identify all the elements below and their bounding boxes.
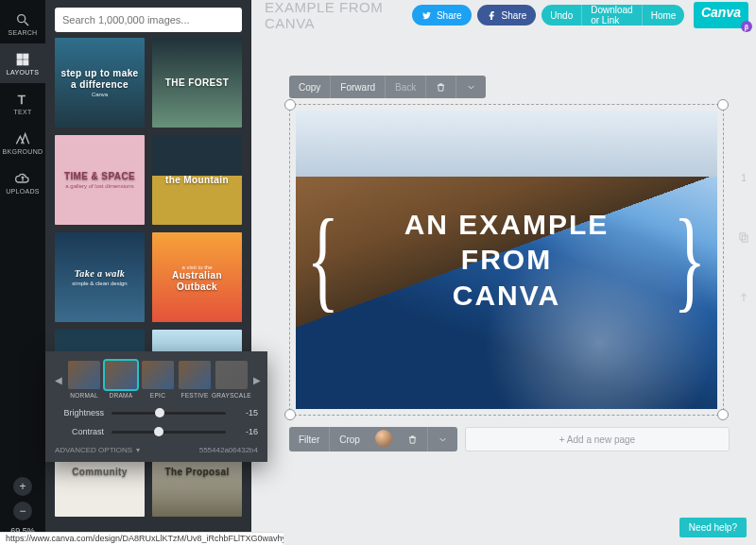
uploads-icon xyxy=(15,171,30,186)
page-action-bar: Filter Crop + Add a new page xyxy=(289,427,730,451)
page-delete-button[interactable] xyxy=(398,427,427,451)
rail-label: TEXT xyxy=(13,109,31,115)
rail-uploads[interactable]: UPLOADS xyxy=(0,162,45,202)
twitter-icon xyxy=(421,10,432,21)
brace-left-icon: { xyxy=(307,203,340,316)
layout-thumb[interactable]: Take a walksimple & clean design xyxy=(55,232,145,322)
rail-layouts[interactable]: LAYOUTS xyxy=(0,43,45,83)
brightness-slider[interactable]: Brightness -15 xyxy=(55,408,258,417)
svg-rect-8 xyxy=(742,235,747,242)
object-toolbar: Copy Forward Back xyxy=(289,76,486,98)
search-input-wrap[interactable] xyxy=(55,8,242,32)
trash-icon xyxy=(407,434,418,445)
text-icon: T xyxy=(15,92,30,107)
document-title[interactable]: EXAMPLE FROM CANVA xyxy=(265,0,406,31)
add-page-button[interactable]: + Add a new page xyxy=(465,427,730,451)
search-icon xyxy=(15,12,30,27)
top-bar: EXAMPLE FROM CANVA Share Share Undo Down… xyxy=(251,0,756,30)
background-icon xyxy=(15,131,30,146)
chevron-down-icon xyxy=(466,82,476,93)
resize-handle[interactable] xyxy=(717,409,729,420)
brace-right-icon: } xyxy=(674,203,707,316)
canvas-area: Copy Forward Back { AN EXAMPLE FROMCANVA… xyxy=(251,30,756,545)
copy-button[interactable]: Copy xyxy=(289,76,330,98)
filter-button[interactable]: Filter xyxy=(289,427,329,451)
search-input[interactable] xyxy=(62,14,234,26)
filter-option[interactable]: GRAYSCALE xyxy=(215,361,248,399)
svg-rect-4 xyxy=(17,60,22,64)
svg-point-0 xyxy=(18,14,26,22)
chevron-down-icon xyxy=(438,434,448,445)
image-avatar[interactable] xyxy=(375,430,392,447)
canva-logo[interactable]: Canvaβ xyxy=(694,2,748,28)
rail-text[interactable]: T TEXT xyxy=(0,83,45,123)
rail-search[interactable]: SEARCH xyxy=(0,4,45,43)
selection-frame[interactable]: { AN EXAMPLE FROMCANVA } xyxy=(289,104,724,416)
layout-thumb[interactable]: THE FOREST xyxy=(152,38,242,128)
rail-label: UPLOADS xyxy=(6,188,40,195)
filter-code: 555442a06432b4 xyxy=(199,446,258,454)
tool-rail: SEARCH LAYOUTS T TEXT BKGROUND UPLOADS +… xyxy=(0,0,45,545)
layouts-icon xyxy=(15,52,30,67)
trash-icon xyxy=(436,82,446,93)
layout-thumb[interactable]: TIME & SPACEa gallery of lost dimensions xyxy=(55,135,145,225)
delete-button[interactable] xyxy=(425,76,455,98)
top-actions: Undo Download or Link Home xyxy=(541,5,684,26)
rail-label: BKGROUND xyxy=(3,148,43,155)
layout-thumb[interactable]: step up to make a differenceCanva xyxy=(55,38,145,128)
layout-thumb[interactable]: a visit to theAustralian Outback xyxy=(152,232,242,322)
filter-popover: ◀ NORMAL DRAMA EPIC FESTIVE GRAYSCALE ▶ … xyxy=(45,351,267,462)
rail-background[interactable]: BKGROUND xyxy=(0,123,45,162)
rail-label: SEARCH xyxy=(9,29,38,36)
svg-line-1 xyxy=(25,22,28,26)
status-bar-url: https://www.canva.com/design/DA8RUxLlKTz… xyxy=(0,532,284,545)
filters-prev[interactable]: ◀ xyxy=(55,375,62,385)
home-button[interactable]: Home xyxy=(642,5,684,26)
svg-rect-7 xyxy=(740,233,746,240)
svg-rect-3 xyxy=(24,54,28,59)
filter-thumbs: NORMAL DRAMA EPIC FESTIVE GRAYSCALE xyxy=(68,361,248,399)
need-help-button[interactable]: Need help? xyxy=(679,518,747,537)
filter-option[interactable]: FESTIVE xyxy=(179,361,211,399)
chevron-down-icon: ▾ xyxy=(136,446,140,454)
filter-option[interactable]: EPIC xyxy=(142,361,174,399)
share-twitter-button[interactable]: Share xyxy=(412,5,472,26)
design-page[interactable]: { AN EXAMPLE FROMCANVA } xyxy=(296,111,717,409)
contrast-slider[interactable]: Contrast -16 xyxy=(55,427,258,436)
layout-thumb[interactable]: the Mountain xyxy=(152,135,242,225)
svg-text:T: T xyxy=(18,92,26,106)
page-gutter: 1 xyxy=(737,172,750,304)
back-button[interactable]: Back xyxy=(385,76,425,98)
undo-button[interactable]: Undo xyxy=(541,5,581,26)
advanced-options-toggle[interactable]: ADVANCED OPTIONS▾ xyxy=(55,446,140,454)
page-more-button[interactable] xyxy=(427,427,457,451)
forward-button[interactable]: Forward xyxy=(330,76,385,98)
more-button[interactable] xyxy=(455,76,486,98)
filter-option[interactable]: NORMAL xyxy=(68,361,100,399)
svg-rect-5 xyxy=(24,60,28,64)
svg-rect-2 xyxy=(17,54,22,59)
page-number: 1 xyxy=(741,172,747,183)
resize-handle[interactable] xyxy=(717,99,729,111)
download-button[interactable]: Download or Link xyxy=(581,5,641,26)
rail-label: LAYOUTS xyxy=(7,69,39,76)
layouts-panel: step up to make a differenceCanva THE FO… xyxy=(45,0,251,545)
crop-button[interactable]: Crop xyxy=(329,427,369,451)
up-arrow-icon[interactable] xyxy=(737,291,750,304)
design-text-overlay: { AN EXAMPLE FROMCANVA } xyxy=(296,111,717,409)
zoom-out-button[interactable]: − xyxy=(13,502,32,520)
zoom-in-button[interactable]: + xyxy=(13,477,32,496)
resize-handle[interactable] xyxy=(284,99,296,111)
duplicate-page-icon[interactable] xyxy=(737,230,750,244)
filter-option[interactable]: DRAMA xyxy=(105,361,137,399)
resize-handle[interactable] xyxy=(284,409,296,420)
facebook-icon xyxy=(487,10,497,21)
share-facebook-button[interactable]: Share xyxy=(477,5,537,26)
